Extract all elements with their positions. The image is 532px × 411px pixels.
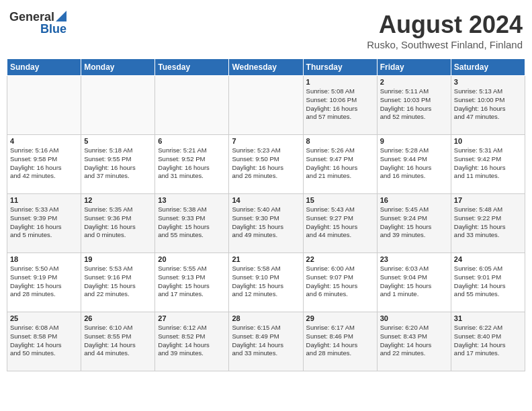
day-cell: 9Sunrise: 5:28 AM Sunset: 9:44 PM Daylig… <box>377 135 451 194</box>
day-number: 24 <box>454 255 522 263</box>
day-cell <box>7 76 81 135</box>
day-cell: 21Sunrise: 5:58 AM Sunset: 9:10 PM Dayli… <box>229 253 303 312</box>
day-cell: 11Sunrise: 5:33 AM Sunset: 9:39 PM Dayli… <box>7 194 81 253</box>
day-cell: 10Sunrise: 5:31 AM Sunset: 9:42 PM Dayli… <box>451 135 525 194</box>
day-info: Sunrise: 6:22 AM Sunset: 8:40 PM Dayligh… <box>454 324 522 358</box>
day-number: 4 <box>10 137 78 145</box>
day-cell <box>81 76 155 135</box>
day-number: 1 <box>306 78 374 86</box>
week-row-5: 25Sunrise: 6:08 AM Sunset: 8:58 PM Dayli… <box>7 312 525 371</box>
day-info: Sunrise: 5:43 AM Sunset: 9:27 PM Dayligh… <box>306 205 374 240</box>
day-info: Sunrise: 5:50 AM Sunset: 9:19 PM Dayligh… <box>10 265 78 299</box>
day-info: Sunrise: 5:48 AM Sunset: 9:22 PM Dayligh… <box>454 205 522 240</box>
week-row-4: 18Sunrise: 5:50 AM Sunset: 9:19 PM Dayli… <box>7 253 525 312</box>
column-header-thursday: Thursday <box>303 59 377 76</box>
day-cell <box>229 76 303 135</box>
day-cell: 28Sunrise: 6:15 AM Sunset: 8:49 PM Dayli… <box>229 312 303 371</box>
day-info: Sunrise: 5:23 AM Sunset: 9:50 PM Dayligh… <box>232 146 300 181</box>
day-number: 14 <box>232 196 300 204</box>
column-header-wednesday: Wednesday <box>229 59 303 76</box>
day-info: Sunrise: 6:05 AM Sunset: 9:01 PM Dayligh… <box>454 265 522 299</box>
day-cell: 12Sunrise: 5:35 AM Sunset: 9:36 PM Dayli… <box>81 194 155 253</box>
day-info: Sunrise: 5:38 AM Sunset: 9:33 PM Dayligh… <box>158 205 226 240</box>
page-header: General Blue August 2024 Rusko, Southwes… <box>7 7 525 54</box>
day-cell: 25Sunrise: 6:08 AM Sunset: 8:58 PM Dayli… <box>7 312 81 371</box>
day-number: 21 <box>232 255 300 263</box>
month-year-title: August 2024 <box>367 11 523 39</box>
week-row-1: 1Sunrise: 5:08 AM Sunset: 10:06 PM Dayli… <box>7 76 525 135</box>
day-number: 6 <box>158 137 226 145</box>
day-cell: 7Sunrise: 5:23 AM Sunset: 9:50 PM Daylig… <box>229 135 303 194</box>
day-cell: 27Sunrise: 6:12 AM Sunset: 8:52 PM Dayli… <box>155 312 229 371</box>
logo-triangle-icon <box>56 11 66 21</box>
day-number: 28 <box>232 314 300 322</box>
day-cell: 5Sunrise: 5:18 AM Sunset: 9:55 PM Daylig… <box>81 135 155 194</box>
day-cell: 16Sunrise: 5:45 AM Sunset: 9:24 PM Dayli… <box>377 194 451 253</box>
day-info: Sunrise: 6:08 AM Sunset: 8:58 PM Dayligh… <box>10 324 78 358</box>
day-number: 15 <box>306 196 374 204</box>
day-cell: 2Sunrise: 5:11 AM Sunset: 10:03 PM Dayli… <box>377 76 451 135</box>
day-info: Sunrise: 5:26 AM Sunset: 9:47 PM Dayligh… <box>306 146 374 181</box>
day-cell: 15Sunrise: 5:43 AM Sunset: 9:27 PM Dayli… <box>303 194 377 253</box>
day-info: Sunrise: 5:35 AM Sunset: 9:36 PM Dayligh… <box>84 205 152 240</box>
location-subtitle: Rusko, Southwest Finland, Finland <box>367 39 523 50</box>
column-header-tuesday: Tuesday <box>155 59 229 76</box>
day-cell: 19Sunrise: 5:53 AM Sunset: 9:16 PM Dayli… <box>81 253 155 312</box>
day-info: Sunrise: 6:20 AM Sunset: 8:43 PM Dayligh… <box>380 324 448 358</box>
logo-blue-text: Blue <box>40 23 66 36</box>
day-number: 31 <box>454 314 522 322</box>
day-info: Sunrise: 5:45 AM Sunset: 9:24 PM Dayligh… <box>380 205 448 240</box>
column-header-saturday: Saturday <box>451 59 525 76</box>
day-number: 13 <box>158 196 226 204</box>
day-cell: 24Sunrise: 6:05 AM Sunset: 9:01 PM Dayli… <box>451 253 525 312</box>
column-header-monday: Monday <box>81 59 155 76</box>
day-number: 18 <box>10 255 78 263</box>
day-info: Sunrise: 5:13 AM Sunset: 10:00 PM Daylig… <box>454 87 522 122</box>
day-cell: 4Sunrise: 5:16 AM Sunset: 9:58 PM Daylig… <box>7 135 81 194</box>
day-number: 23 <box>380 255 448 263</box>
day-info: Sunrise: 5:40 AM Sunset: 9:30 PM Dayligh… <box>232 205 300 240</box>
day-cell: 13Sunrise: 5:38 AM Sunset: 9:33 PM Dayli… <box>155 194 229 253</box>
calendar-header-row: SundayMondayTuesdayWednesdayThursdayFrid… <box>7 59 525 76</box>
calendar-table: SundayMondayTuesdayWednesdayThursdayFrid… <box>7 58 525 371</box>
logo: General Blue <box>9 11 66 36</box>
day-number: 7 <box>232 137 300 145</box>
day-number: 9 <box>380 137 448 145</box>
day-number: 26 <box>84 314 152 322</box>
day-number: 17 <box>454 196 522 204</box>
day-cell: 1Sunrise: 5:08 AM Sunset: 10:06 PM Dayli… <box>303 76 377 135</box>
day-number: 16 <box>380 196 448 204</box>
day-info: Sunrise: 6:00 AM Sunset: 9:07 PM Dayligh… <box>306 265 374 299</box>
day-info: Sunrise: 6:15 AM Sunset: 8:49 PM Dayligh… <box>232 324 300 358</box>
day-info: Sunrise: 6:10 AM Sunset: 8:55 PM Dayligh… <box>84 324 152 358</box>
svg-marker-0 <box>56 11 66 21</box>
day-info: Sunrise: 5:55 AM Sunset: 9:13 PM Dayligh… <box>158 265 226 299</box>
day-number: 29 <box>306 314 374 322</box>
day-info: Sunrise: 5:18 AM Sunset: 9:55 PM Dayligh… <box>84 146 152 181</box>
day-cell: 6Sunrise: 5:21 AM Sunset: 9:52 PM Daylig… <box>155 135 229 194</box>
day-number: 8 <box>306 137 374 145</box>
day-info: Sunrise: 5:31 AM Sunset: 9:42 PM Dayligh… <box>454 146 522 181</box>
day-cell: 29Sunrise: 6:17 AM Sunset: 8:46 PM Dayli… <box>303 312 377 371</box>
day-number: 3 <box>454 78 522 86</box>
day-cell: 20Sunrise: 5:55 AM Sunset: 9:13 PM Dayli… <box>155 253 229 312</box>
day-cell: 23Sunrise: 6:03 AM Sunset: 9:04 PM Dayli… <box>377 253 451 312</box>
day-info: Sunrise: 6:12 AM Sunset: 8:52 PM Dayligh… <box>158 324 226 358</box>
day-cell: 8Sunrise: 5:26 AM Sunset: 9:47 PM Daylig… <box>303 135 377 194</box>
day-number: 25 <box>10 314 78 322</box>
day-number: 19 <box>84 255 152 263</box>
day-number: 12 <box>84 196 152 204</box>
column-header-sunday: Sunday <box>7 59 81 76</box>
title-block: August 2024 Rusko, Southwest Finland, Fi… <box>367 11 523 50</box>
day-cell: 14Sunrise: 5:40 AM Sunset: 9:30 PM Dayli… <box>229 194 303 253</box>
day-number: 10 <box>454 137 522 145</box>
day-cell: 17Sunrise: 5:48 AM Sunset: 9:22 PM Dayli… <box>451 194 525 253</box>
week-row-2: 4Sunrise: 5:16 AM Sunset: 9:58 PM Daylig… <box>7 135 525 194</box>
day-info: Sunrise: 5:21 AM Sunset: 9:52 PM Dayligh… <box>158 146 226 181</box>
day-cell <box>155 76 229 135</box>
column-header-friday: Friday <box>377 59 451 76</box>
day-info: Sunrise: 5:58 AM Sunset: 9:10 PM Dayligh… <box>232 265 300 299</box>
day-number: 22 <box>306 255 374 263</box>
day-info: Sunrise: 5:53 AM Sunset: 9:16 PM Dayligh… <box>84 265 152 299</box>
day-cell: 26Sunrise: 6:10 AM Sunset: 8:55 PM Dayli… <box>81 312 155 371</box>
